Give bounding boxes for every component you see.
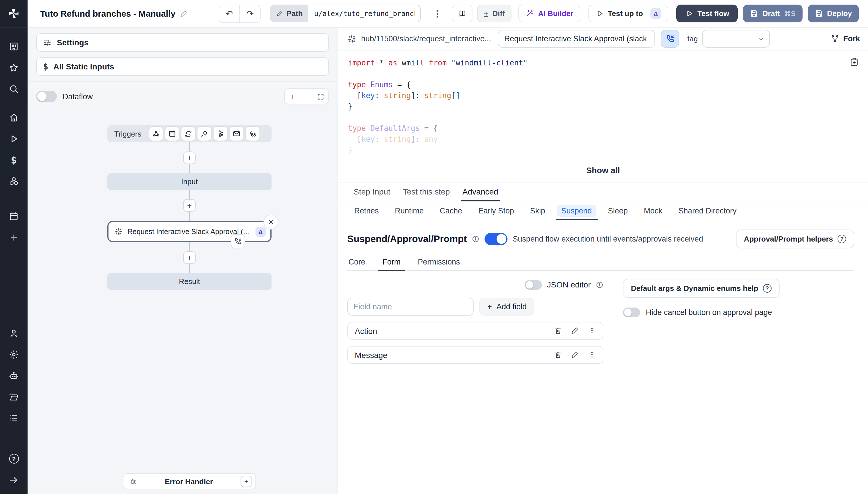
tab-test-this-step[interactable]: Test this step <box>397 183 456 201</box>
flow-settings-button[interactable]: Settings <box>36 33 329 52</box>
default-args-help-button[interactable]: Default args & Dynamic enums help ? <box>623 279 780 298</box>
subtab-runtime[interactable]: Runtime <box>388 202 431 220</box>
tab-form[interactable]: Form <box>382 254 402 270</box>
hide-cancel-toggle[interactable] <box>623 307 640 317</box>
hub-script-path[interactable]: hub/11500/slack/request_interactive... <box>361 34 491 43</box>
schedule-trigger-icon[interactable] <box>165 127 179 140</box>
edit-field-icon[interactable] <box>571 327 579 335</box>
resources-icon[interactable] <box>0 170 27 192</box>
test-up-to-button[interactable]: Test up to a <box>588 5 668 22</box>
delete-field-icon[interactable] <box>554 327 562 335</box>
subtab-cache[interactable]: Cache <box>433 202 469 220</box>
tab-step-input[interactable]: Step Input <box>347 183 397 201</box>
info-icon[interactable] <box>596 281 603 288</box>
zoom-in-button[interactable]: + <box>286 90 300 103</box>
fit-view-button[interactable] <box>313 90 327 103</box>
zoom-out-button[interactable]: − <box>300 90 313 103</box>
tab-advanced[interactable]: Advanced <box>456 183 505 201</box>
folders-icon[interactable] <box>0 386 27 407</box>
suspend-enabled-toggle[interactable] <box>484 233 507 245</box>
help-icon[interactable]: ? <box>0 448 27 469</box>
subtab-early-stop[interactable]: Early Stop <box>471 202 521 220</box>
drag-handle-icon[interactable] <box>588 327 596 335</box>
hide-cancel-label: Hide cancel button on approval page <box>646 308 772 317</box>
undo-button[interactable]: ↶ <box>219 5 239 22</box>
websocket-trigger-icon[interactable] <box>198 127 211 140</box>
expand-sidebar-icon[interactable] <box>0 469 27 491</box>
more-menu-button[interactable]: ⋮ <box>432 8 443 19</box>
draft-button[interactable]: Draft ⌘S <box>743 5 802 22</box>
step-id-badge: a <box>256 226 266 237</box>
insert-step-button[interactable]: + <box>183 199 196 212</box>
error-handler-node[interactable]: Error Handler + <box>123 473 256 489</box>
email-trigger-icon[interactable] <box>229 127 243 140</box>
diff-button[interactable]: ± Diff <box>477 5 512 22</box>
triggers-node[interactable]: Triggers <box>107 125 272 142</box>
all-static-inputs-button[interactable]: $ All Static Inputs <box>36 57 329 76</box>
drag-handle-icon[interactable] <box>588 351 596 359</box>
slack-approval-step-node[interactable]: Request Interactive Slack Approval (... … <box>107 221 272 242</box>
runs-icon[interactable] <box>0 128 27 149</box>
kafka-trigger-icon[interactable] <box>214 127 227 140</box>
fork-button[interactable]: Fork <box>830 34 860 43</box>
user-icon[interactable] <box>0 322 27 344</box>
deploy-button[interactable]: Deploy <box>808 5 859 22</box>
favorites-star-icon[interactable] <box>0 57 27 78</box>
input-node[interactable]: Input <box>107 173 272 190</box>
edit-field-icon[interactable] <box>571 351 579 359</box>
docs-button[interactable] <box>452 5 473 22</box>
edit-title-icon[interactable] <box>179 10 187 18</box>
apps-icon[interactable] <box>0 36 27 57</box>
dataflow-toggle[interactable] <box>36 91 57 102</box>
slack-icon <box>347 34 356 43</box>
audit-logs-icon[interactable] <box>0 407 27 429</box>
insert-step-button[interactable]: + <box>183 151 196 164</box>
workers-robot-icon[interactable] <box>0 365 27 386</box>
undo-redo-group: ↶ ↷ <box>218 4 261 23</box>
code-editor[interactable]: import * as wmill from "windmill-client"… <box>338 51 868 183</box>
copy-code-button[interactable] <box>850 57 859 70</box>
subtab-sleep[interactable]: Sleep <box>601 202 635 220</box>
search-icon[interactable] <box>0 78 27 99</box>
form-field-row-message[interactable]: Message <box>347 346 603 364</box>
webhook-trigger-icon[interactable] <box>149 127 163 140</box>
schedules-icon[interactable] <box>0 205 27 227</box>
ai-builder-button[interactable]: AI Builder <box>519 5 580 22</box>
tab-permissions[interactable]: Permissions <box>417 254 461 270</box>
add-error-handler-button[interactable]: + <box>241 476 252 487</box>
tab-core[interactable]: Core <box>347 254 367 270</box>
windmill-logo[interactable] <box>0 0 27 27</box>
delete-field-icon[interactable] <box>554 351 562 359</box>
json-editor-toggle[interactable] <box>525 280 542 289</box>
subtab-retries[interactable]: Retries <box>347 202 386 220</box>
suspend-phone-button[interactable] <box>661 30 679 48</box>
add-menu-icon[interactable] <box>0 227 27 248</box>
info-icon[interactable] <box>472 235 479 243</box>
subtab-mock[interactable]: Mock <box>637 202 669 220</box>
home-icon[interactable] <box>0 107 27 128</box>
result-node[interactable]: Result <box>107 273 272 290</box>
variables-icon[interactable]: $ <box>0 149 27 170</box>
suspend-title: Suspend/Approval/Prompt <box>347 233 467 244</box>
delete-step-button[interactable]: ✕ <box>263 214 278 229</box>
step-summary-input[interactable] <box>498 30 655 48</box>
postgres-trigger-icon[interactable] <box>246 127 259 140</box>
test-flow-button[interactable]: Test flow <box>676 5 738 22</box>
path-label[interactable]: Path <box>271 5 308 22</box>
add-field-button[interactable]: + Add field <box>479 298 535 316</box>
subtab-skip[interactable]: Skip <box>523 202 552 220</box>
tag-select[interactable] <box>702 30 770 48</box>
field-name-input[interactable] <box>347 298 474 316</box>
code-lines: import * as wmill from "windmill-client"… <box>348 57 868 155</box>
redo-button[interactable]: ↷ <box>240 5 260 22</box>
insert-step-button[interactable]: + <box>183 251 196 264</box>
show-all-button[interactable]: Show all <box>338 165 868 176</box>
flow-canvas[interactable]: Triggers <box>27 104 337 494</box>
form-field-row-action[interactable]: Action <box>347 322 603 340</box>
subtab-shared-directory[interactable]: Shared Directory <box>671 202 743 220</box>
path-input[interactable] <box>309 5 420 22</box>
settings-gear-icon[interactable] <box>0 344 27 365</box>
approval-prompt-helpers-button[interactable]: Approval/Prompt helpers ? <box>736 229 854 248</box>
http-route-trigger-icon[interactable] <box>181 127 195 140</box>
subtab-suspend[interactable]: Suspend <box>554 202 599 220</box>
